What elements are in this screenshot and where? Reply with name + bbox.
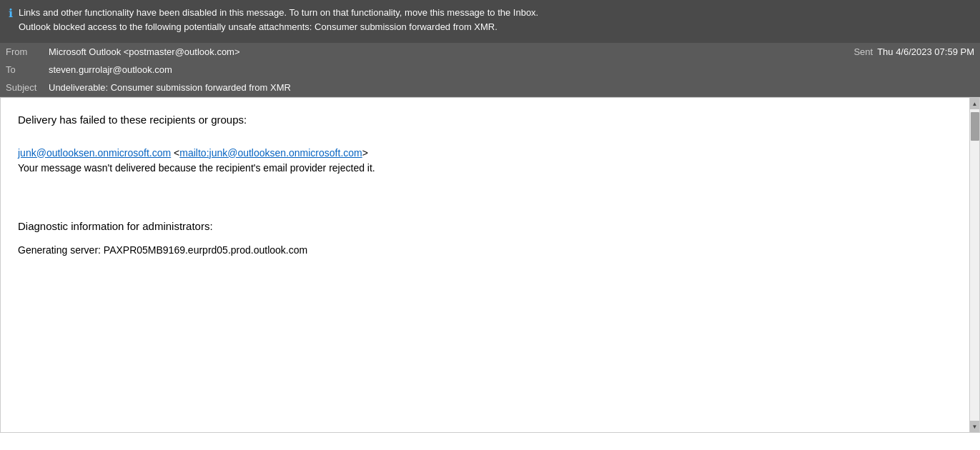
- to-row: To steven.gurrolajr@outlook.com: [0, 61, 980, 79]
- delivery-message: Your message wasn't delivered because th…: [18, 162, 375, 174]
- scrollbar[interactable]: ▲ ▼: [969, 98, 979, 432]
- sent-label: Sent: [853, 46, 873, 57]
- scroll-down-button[interactable]: ▼: [970, 421, 980, 432]
- diagnostic-section: Diagnostic information for administrator…: [18, 219, 952, 259]
- from-value: Microsoft Outlook <postmaster@outlook.co…: [49, 46, 853, 57]
- email-body-container: Delivery has failed to these recipients …: [0, 97, 980, 433]
- delivery-heading: Delivery has failed to these recipients …: [18, 112, 952, 129]
- sent-section: Sent Thu 4/6/2023 07:59 PM: [853, 46, 974, 57]
- from-label: From: [6, 46, 49, 57]
- warning-banner: ℹ Links and other functionality have bee…: [0, 0, 980, 43]
- diagnostic-heading: Diagnostic information for administrator…: [18, 219, 952, 235]
- warning-text: Links and other functionality have been …: [19, 6, 538, 34]
- scroll-up-button[interactable]: ▲: [970, 98, 980, 109]
- recipient-block: junk@outlooksen.onmicrosoft.com <mailto:…: [18, 146, 952, 176]
- warning-line1: Links and other functionality have been …: [19, 7, 538, 18]
- generating-server: Generating server: PAXPR05MB9169.eurprd0…: [18, 243, 952, 258]
- email-header: From Microsoft Outlook <postmaster@outlo…: [0, 43, 980, 97]
- from-row: From Microsoft Outlook <postmaster@outlo…: [0, 43, 980, 61]
- info-icon: ℹ: [9, 6, 13, 20]
- to-value: steven.gurrolajr@outlook.com: [49, 64, 974, 75]
- recipient-link-1[interactable]: junk@outlooksen.onmicrosoft.com: [18, 147, 171, 159]
- subject-row: Subject Undeliverable: Consumer submissi…: [0, 79, 980, 96]
- to-label: To: [6, 64, 49, 75]
- scrollbar-thumb[interactable]: [971, 112, 979, 141]
- subject-label: Subject: [6, 82, 49, 93]
- sent-value: Thu 4/6/2023 07:59 PM: [877, 46, 974, 57]
- scrollbar-track[interactable]: [970, 109, 979, 421]
- recipient-link-2[interactable]: mailto:junk@outlooksen.onmicrosoft.com: [179, 147, 362, 159]
- warning-line2: Outlook blocked access to the following …: [19, 21, 498, 32]
- recipient-close: >: [362, 147, 368, 159]
- email-body[interactable]: Delivery has failed to these recipients …: [1, 98, 969, 432]
- subject-value: Undeliverable: Consumer submission forwa…: [49, 82, 974, 93]
